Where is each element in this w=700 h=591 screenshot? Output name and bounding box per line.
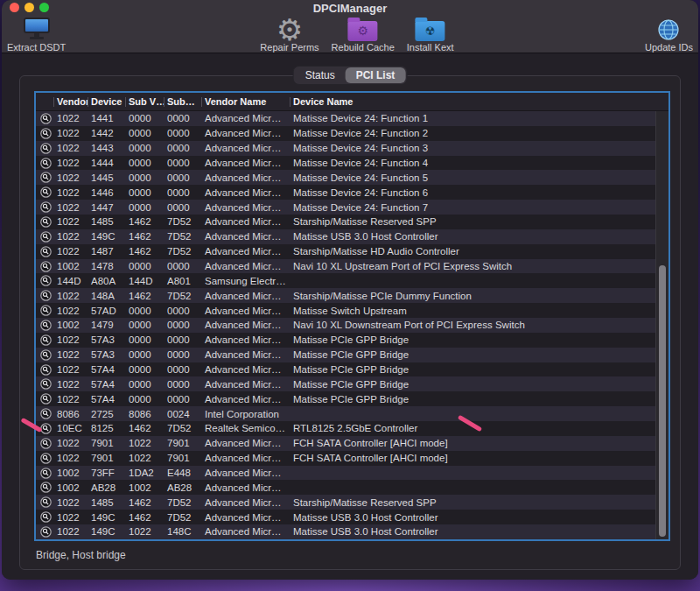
- table-row[interactable]: 1022144300000000Advanced Micr…Matisse De…: [36, 141, 655, 156]
- magnifier-icon[interactable]: [36, 273, 53, 288]
- magnifier-icon[interactable]: [36, 524, 53, 539]
- table-row[interactable]: 1002AB281002AB28Advanced Micr…: [36, 480, 655, 495]
- magnifier-icon[interactable]: [36, 215, 53, 229]
- table-row[interactable]: 1022148514627D52Advanced Micr…Starship/M…: [36, 495, 655, 510]
- magnifier-icon[interactable]: [36, 185, 53, 200]
- table-row[interactable]: 1022790110227901Advanced Micr…FCH SATA C…: [36, 451, 655, 466]
- repair-perms-button[interactable]: ⚙ Repair Perms: [260, 14, 318, 53]
- magnifier-icon[interactable]: [36, 318, 53, 333]
- magnifier-icon[interactable]: [36, 156, 53, 171]
- table-row[interactable]: 1022790110227901Advanced Micr…FCH SATA C…: [36, 436, 655, 451]
- table-cell: Advanced Micr…: [201, 229, 290, 244]
- table-cell: 1441: [88, 111, 125, 126]
- table-row[interactable]: 1022148A14627D52Advanced Micr…Starship/M…: [36, 288, 655, 303]
- table-row[interactable]: 102257A400000000Advanced Micr…Matisse PC…: [36, 391, 655, 406]
- table-row[interactable]: 1002147900000000Advanced Micr…Navi 10 XL…: [36, 318, 655, 333]
- table-row[interactable]: 1022144600000000Advanced Micr…Matisse De…: [36, 185, 655, 200]
- table-cell: 1022: [53, 156, 88, 171]
- table-row[interactable]: 1022144200000000Advanced Micr…Matisse De…: [36, 126, 655, 141]
- table-cell: 0000: [125, 333, 164, 348]
- extract-dsdt-button[interactable]: Extract DSDT: [7, 14, 66, 53]
- magnifier-icon[interactable]: [36, 200, 53, 215]
- magnifier-icon[interactable]: [36, 244, 53, 259]
- tab-status[interactable]: Status: [295, 67, 346, 83]
- table-cell: 0000: [164, 376, 201, 391]
- update-ids-button[interactable]: Update IDs: [645, 14, 693, 53]
- column-header-vendor-name[interactable]: Vendor Name: [201, 93, 290, 111]
- table-row[interactable]: 1022144500000000Advanced Micr…Matisse De…: [36, 170, 655, 185]
- scrollbar-thumb[interactable]: [659, 265, 666, 537]
- window-title: DPCIManager: [2, 2, 698, 15]
- magnifier-icon[interactable]: [36, 376, 53, 391]
- table-row[interactable]: 10EC812514627D52Realtek Semico…RTL8125 2…: [36, 421, 655, 436]
- magnifier-icon[interactable]: [36, 362, 53, 377]
- table-cell: Advanced Micr…: [201, 111, 290, 126]
- table-row[interactable]: 1022149C14627D52Advanced Micr…Matisse US…: [36, 229, 655, 244]
- magnifier-icon[interactable]: [36, 111, 53, 126]
- magnifier-icon[interactable]: [36, 480, 53, 495]
- table-cell: 1022: [53, 111, 88, 126]
- table-cell: 1445: [88, 170, 125, 185]
- magnifier-icon[interactable]: [36, 510, 53, 524]
- magnifier-icon[interactable]: [36, 451, 53, 466]
- magnifier-icon[interactable]: [36, 259, 53, 274]
- magnifier-icon[interactable]: [36, 288, 53, 303]
- table-row[interactable]: 144DA80A144DA801Samsung Electr…: [36, 273, 655, 288]
- table-cell: 57A3: [88, 348, 125, 362]
- column-header-device-name[interactable]: Device Name: [290, 93, 668, 111]
- table-row[interactable]: 1022148514627D52Advanced Micr…Starship/M…: [36, 215, 655, 229]
- table-cell: A801: [164, 273, 201, 288]
- table-cell: Intel Corporation: [201, 406, 290, 421]
- table-row[interactable]: 102257A400000000Advanced Micr…Matisse PC…: [36, 362, 655, 377]
- magnifier-icon[interactable]: [36, 495, 53, 510]
- table-row[interactable]: 1022149C1022148CAdvanced Micr…Matisse US…: [36, 524, 655, 539]
- table-row[interactable]: 100273FF1DA2E448Advanced Micr…: [36, 466, 655, 481]
- column-header-device[interactable]: Device: [88, 93, 125, 111]
- magnifier-icon[interactable]: [36, 229, 53, 244]
- table-row[interactable]: 102257A300000000Advanced Micr…Matisse PC…: [36, 348, 655, 362]
- magnifier-icon[interactable]: [36, 348, 53, 362]
- scrollbar-track[interactable]: [655, 111, 668, 539]
- magnifier-icon[interactable]: [36, 391, 53, 406]
- table-row[interactable]: 1002147800000000Advanced Micr…Navi 10 XL…: [36, 259, 655, 274]
- table-row[interactable]: 1022149C14627D52Advanced Micr…Matisse US…: [36, 510, 655, 524]
- magnifier-icon[interactable]: [36, 333, 53, 348]
- table-cell: 1022: [53, 451, 88, 466]
- table-row[interactable]: 102257A300000000Advanced Micr…Matisse PC…: [36, 333, 655, 348]
- magnifier-icon[interactable]: [36, 303, 53, 318]
- table-row[interactable]: 102257AD00000000Advanced Micr…Matisse Sw…: [36, 303, 655, 318]
- column-header-sub-vendor[interactable]: Sub V…: [125, 93, 164, 111]
- table-cell: 1462: [125, 510, 164, 524]
- magnifier-icon[interactable]: [36, 141, 53, 156]
- table-cell: 1022: [53, 495, 88, 510]
- table-cell: 1485: [88, 215, 125, 229]
- tab-pci-list[interactable]: PCI List: [346, 67, 406, 83]
- table-cell: Starship/Matisse Reserved SPP: [290, 495, 655, 510]
- magnifier-icon[interactable]: [36, 126, 53, 141]
- table-cell: Matisse Device 24: Function 1: [290, 111, 655, 126]
- table-cell: Matisse PCIe GPP Bridge: [290, 348, 655, 362]
- table-cell: 1022: [125, 524, 164, 539]
- table-cell: Advanced Micr…: [201, 303, 290, 318]
- table-cell: Advanced Micr…: [201, 333, 290, 348]
- table-row[interactable]: 1022144400000000Advanced Micr…Matisse De…: [36, 156, 655, 171]
- table-cell: Advanced Micr…: [201, 215, 290, 229]
- column-header-sub-device[interactable]: Sub…: [164, 93, 201, 111]
- table-row[interactable]: 102257A400000000Advanced Micr…Matisse PC…: [36, 376, 655, 391]
- magnifier-icon[interactable]: [36, 170, 53, 185]
- install-kext-button[interactable]: ☢ Install Kext: [407, 14, 454, 53]
- table-row[interactable]: 1022144100000000Advanced Micr…Matisse De…: [36, 111, 655, 126]
- table-cell: 0000: [125, 170, 164, 185]
- table-cell: Realtek Semico…: [201, 421, 290, 436]
- rebuild-cache-button[interactable]: ⚙ Rebuild Cache: [332, 14, 395, 53]
- table-row[interactable]: 1022144700000000Advanced Micr…Matisse De…: [36, 200, 655, 215]
- table-cell: 0000: [164, 362, 201, 377]
- globe-icon: [657, 18, 680, 41]
- column-header-vendor[interactable]: Vendor: [53, 93, 88, 111]
- table-row[interactable]: 1022148714627D52Advanced Micr…Starship/M…: [36, 244, 655, 259]
- magnifier-icon[interactable]: [36, 466, 53, 481]
- magnifier-icon[interactable]: [36, 406, 53, 421]
- table-row[interactable]: 8086272580860024Intel Corporation: [36, 406, 655, 421]
- table-cell: 1446: [88, 185, 125, 200]
- magnifier-icon[interactable]: [36, 436, 53, 451]
